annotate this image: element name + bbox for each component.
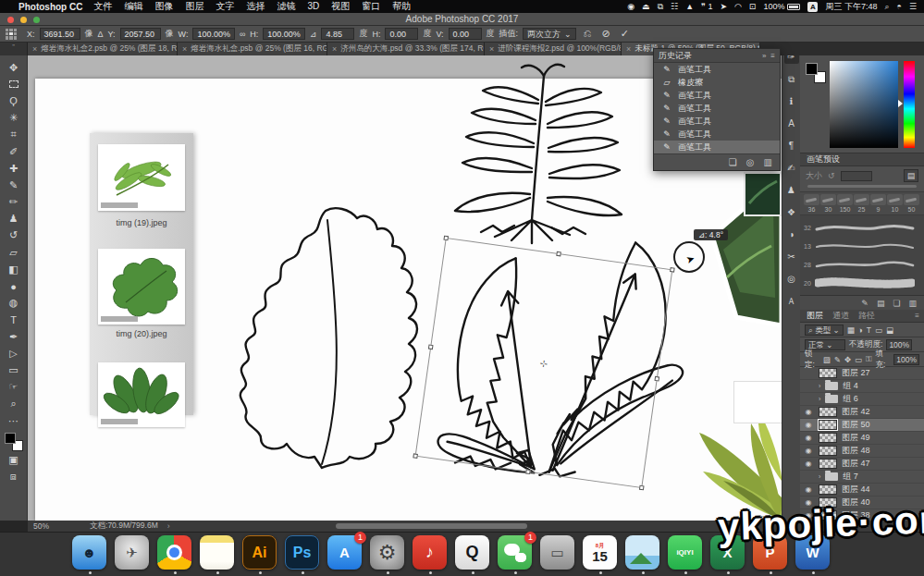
switch-transform-mode-button[interactable]: ⎌ bbox=[584, 28, 592, 40]
siri-icon[interactable]: ◓ bbox=[896, 2, 901, 11]
filter-shape-icon[interactable]: ▭ bbox=[875, 325, 882, 335]
brush-preset[interactable]: 25 bbox=[854, 194, 869, 213]
qq-icon[interactable]: Q bbox=[455, 535, 489, 570]
layer-row[interactable]: 图层 27 bbox=[800, 367, 924, 380]
interpolation-dropdown[interactable]: 两次立方 ⌄ bbox=[523, 28, 576, 40]
brush-stroke-item[interactable]: 20 bbox=[800, 274, 922, 292]
photo-thumbnail[interactable] bbox=[745, 173, 781, 215]
transform-handle[interactable] bbox=[670, 267, 675, 273]
displays-icon[interactable]: ⧉ bbox=[658, 2, 663, 12]
adjustments-panel-icon[interactable]: ◑ bbox=[784, 227, 799, 241]
app-store-icon[interactable]: A1 bbox=[327, 535, 362, 570]
photoshop-icon[interactable]: Ps bbox=[285, 535, 319, 570]
new-snapshot-camera-icon[interactable]: ◎ bbox=[746, 157, 755, 167]
launchpad-dock-item[interactable]: ✈ bbox=[115, 535, 150, 570]
finder-icon[interactable]: ☻ bbox=[72, 535, 106, 570]
fill-field[interactable]: 100% bbox=[893, 354, 919, 365]
vertical-skew-field[interactable]: 0.00 bbox=[449, 28, 482, 40]
width-scale-field[interactable]: 100.00% bbox=[192, 28, 235, 40]
app-menu-title[interactable]: Photoshop CC bbox=[18, 2, 82, 12]
blur-tool[interactable]: ● bbox=[4, 277, 24, 294]
visibility-eye-icon[interactable]: ◉ bbox=[803, 434, 814, 442]
shape-tool[interactable]: ▭ bbox=[4, 362, 24, 378]
filter-type-icon[interactable]: T bbox=[867, 325, 871, 335]
info-panel-icon[interactable]: ℹ bbox=[784, 94, 799, 108]
typekit-panel-icon[interactable]: Ａ bbox=[784, 294, 799, 308]
menu-item[interactable]: 视图 bbox=[331, 1, 350, 11]
scanner-icon[interactable]: ▭ bbox=[540, 535, 574, 570]
transform-handle[interactable] bbox=[525, 469, 531, 474]
reference-point-locator[interactable] bbox=[6, 29, 17, 40]
transform-handle[interactable] bbox=[428, 344, 434, 349]
brush-preset[interactable]: 150 bbox=[837, 194, 853, 213]
notes-icon[interactable] bbox=[200, 535, 234, 570]
history-state[interactable]: ✎画笔工具 bbox=[654, 141, 780, 153]
foreground-color-swatch[interactable] bbox=[5, 433, 16, 444]
history-state[interactable]: ✎画笔工具 bbox=[654, 102, 780, 115]
creative-cloud-icon[interactable]: ◎ bbox=[784, 272, 799, 286]
app-status-icon[interactable]: ▲ bbox=[685, 2, 694, 11]
screen-record-icon[interactable]: ◉ bbox=[627, 2, 634, 11]
qq-dock-item[interactable]: Q bbox=[455, 535, 490, 574]
relative-position-icon[interactable]: Δ bbox=[98, 30, 104, 39]
history-state[interactable]: ✎画笔工具 bbox=[654, 63, 780, 76]
tab-channels[interactable]: 通道 bbox=[832, 310, 849, 322]
delete-state-trash-icon[interactable]: ▥ bbox=[764, 157, 772, 167]
eraser-tool[interactable]: ▱ bbox=[4, 244, 24, 261]
close-tab-icon[interactable]: × bbox=[332, 44, 337, 54]
pencil-tool[interactable]: ✏ bbox=[4, 194, 24, 211]
clone-source-panel-icon[interactable]: ⧉ bbox=[784, 72, 799, 86]
paragraph-panel-icon[interactable]: ¶ bbox=[784, 139, 799, 153]
finder-dock-item[interactable]: ☻ bbox=[72, 535, 107, 574]
filter-adjustment-icon[interactable]: ◑ bbox=[858, 325, 863, 335]
wechat-icon[interactable]: 1 bbox=[498, 535, 532, 570]
layer-thumbnail[interactable] bbox=[819, 459, 837, 469]
system-preferences-icon[interactable]: ⚙ bbox=[370, 535, 404, 570]
edit-toolbar-button[interactable]: ⋯ bbox=[4, 412, 24, 429]
zoom-level[interactable]: 50% bbox=[33, 521, 49, 531]
brush-preset[interactable]: 30 bbox=[820, 194, 836, 213]
wifi-icon[interactable]: ◠ bbox=[734, 2, 742, 11]
document-tab[interactable]: ×熔岩海水礼盒2.psb @ 25% (图层 18, RGB/8... bbox=[28, 43, 178, 55]
quick-mask-button[interactable]: ▣ bbox=[4, 451, 24, 468]
saturation-brightness-field[interactable] bbox=[830, 61, 898, 148]
wechat-dock-item[interactable]: 1 bbox=[498, 535, 533, 574]
visibility-eye-icon[interactable]: ◉ bbox=[803, 408, 814, 416]
airplay-icon[interactable]: ⊡ bbox=[749, 2, 757, 11]
character-panel-icon[interactable]: A bbox=[784, 116, 799, 130]
lock-all-icon[interactable]: ⚿ bbox=[866, 354, 871, 364]
location-icon[interactable]: ➤ bbox=[720, 2, 727, 11]
layer-thumbnail[interactable] bbox=[819, 433, 837, 443]
tools-presets-panel-icon[interactable]: ✂ bbox=[784, 250, 799, 263]
calendar-icon[interactable]: 8月15 bbox=[583, 535, 617, 570]
horizontal-skew-field[interactable]: 0.00 bbox=[385, 28, 418, 40]
transform-bounding-box[interactable]: ⊹ bbox=[415, 238, 673, 488]
system-preferences-dock-item[interactable]: ⚙ bbox=[370, 535, 405, 574]
pen-tool[interactable]: ✒ bbox=[4, 328, 24, 345]
reference-image-1[interactable] bbox=[98, 144, 185, 211]
brush-preset[interactable]: 36 bbox=[804, 194, 819, 213]
layer-thumbnail[interactable] bbox=[819, 446, 837, 456]
tab-layers[interactable]: 图层 bbox=[807, 310, 823, 322]
close-tab-icon[interactable]: × bbox=[626, 44, 631, 54]
group-caret-icon[interactable]: › bbox=[819, 396, 820, 402]
type-tool[interactable]: T bbox=[4, 312, 24, 328]
menu-item[interactable]: 编辑 bbox=[124, 1, 142, 11]
foreground-background-colors[interactable] bbox=[5, 433, 23, 451]
cancel-transform-button[interactable]: ⊘ bbox=[601, 28, 610, 40]
eyedropper-tool[interactable]: ✐ bbox=[4, 143, 24, 160]
hand-tool[interactable]: ☞ bbox=[4, 379, 24, 396]
visibility-eye-icon[interactable]: ◉ bbox=[803, 421, 814, 429]
transform-handle[interactable] bbox=[443, 236, 449, 241]
illustrator-dock-item[interactable]: Ai bbox=[242, 535, 277, 574]
layer-thumbnail[interactable] bbox=[819, 484, 837, 495]
lock-pixels-icon[interactable]: ✎ bbox=[834, 355, 841, 364]
menu-item[interactable]: 窗口 bbox=[362, 1, 380, 11]
input-method-icon[interactable]: A bbox=[807, 2, 818, 12]
x-position-field[interactable]: 3691.50 bbox=[40, 28, 80, 40]
history-state[interactable]: ✎画笔工具 bbox=[654, 128, 780, 141]
menu-item[interactable]: 帮助 bbox=[392, 1, 411, 11]
iqiyi-dock-item[interactable]: iQIYI bbox=[668, 535, 703, 574]
photoshop-dock-item[interactable]: Ps bbox=[285, 535, 320, 574]
glyphs-panel-icon[interactable]: ✍ bbox=[784, 161, 799, 175]
